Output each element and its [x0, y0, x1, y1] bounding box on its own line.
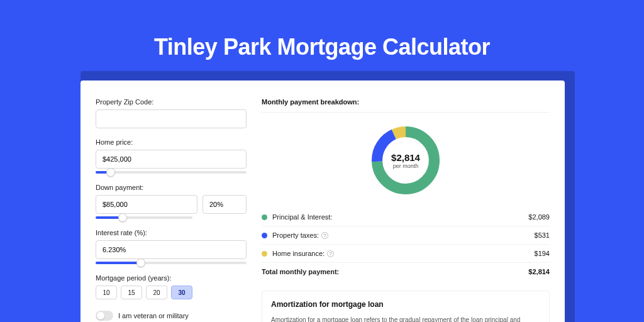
zip-label: Property Zip Code:	[96, 98, 247, 106]
down-payment-amount-input[interactable]	[96, 195, 197, 214]
period-option-20[interactable]: 20	[146, 286, 167, 299]
veteran-label: I am veteran or military	[118, 312, 189, 319]
interest-slider[interactable]	[96, 262, 247, 264]
donut-amount: $2,814	[391, 152, 420, 163]
slider-thumb[interactable]	[136, 258, 145, 267]
dot-icon	[262, 233, 267, 238]
breakdown-label: Home insurance: ?	[272, 250, 535, 257]
down-payment-pct-input[interactable]	[203, 195, 247, 214]
donut-sub: per month	[393, 163, 419, 169]
slider-thumb[interactable]	[118, 213, 127, 222]
period-option-30[interactable]: 30	[171, 286, 192, 299]
help-icon[interactable]: ?	[321, 232, 328, 239]
dot-icon	[262, 214, 267, 220]
calculator-panel: Property Zip Code: Home price: Down paym…	[80, 80, 565, 322]
breakdown-value: $2,089	[528, 213, 550, 221]
down-payment-label: Down payment:	[96, 184, 247, 191]
amortization-box: Amortization for mortgage loan Amortizat…	[262, 291, 550, 322]
slider-thumb[interactable]	[106, 168, 115, 177]
period-label: Mortgage period (years):	[96, 274, 247, 282]
toggle-knob	[97, 312, 104, 319]
home-price-group: Home price:	[96, 138, 247, 174]
form-column: Property Zip Code: Home price: Down paym…	[96, 98, 247, 322]
period-option-10[interactable]: 10	[96, 286, 117, 299]
breakdown-column: Monthly payment breakdown: $2,814 per mo…	[262, 98, 550, 322]
veteran-row: I am veteran or military	[96, 311, 247, 321]
breakdown-label: Principal & Interest:	[272, 213, 528, 221]
home-price-label: Home price:	[96, 138, 247, 146]
total-label: Total monthly payment:	[262, 268, 528, 275]
interest-input[interactable]	[96, 240, 247, 259]
help-icon[interactable]: ?	[327, 250, 334, 257]
page-title: Tinley Park Mortgage Calculator	[0, 0, 644, 75]
period-option-15[interactable]: 15	[121, 286, 142, 299]
down-payment-group: Down payment:	[96, 184, 247, 219]
home-price-input[interactable]	[96, 150, 247, 169]
breakdown-value: $194	[535, 250, 550, 257]
breakdown-row-taxes: Property taxes: ? $531	[262, 226, 550, 245]
interest-label: Interest rate (%):	[96, 229, 247, 236]
veteran-toggle[interactable]	[96, 311, 113, 321]
amortization-heading: Amortization for mortgage loan	[271, 300, 540, 309]
breakdown-label: Property taxes: ?	[272, 231, 535, 239]
breakdown-heading: Monthly payment breakdown:	[262, 98, 550, 113]
zip-group: Property Zip Code:	[96, 98, 247, 128]
dot-icon	[262, 251, 267, 257]
period-options: 10 15 20 30	[96, 286, 247, 299]
breakdown-row-total: Total monthly payment: $2,814	[262, 263, 550, 280]
amortization-body: Amortization for a mortgage loan refers …	[271, 315, 540, 322]
donut-chart-wrap: $2,814 per month	[262, 120, 550, 208]
period-group: Mortgage period (years): 10 15 20 30	[96, 274, 247, 299]
donut-chart: $2,814 per month	[368, 123, 443, 198]
down-payment-slider[interactable]	[96, 216, 192, 219]
zip-input[interactable]	[96, 109, 247, 128]
breakdown-row-principal: Principal & Interest: $2,089	[262, 208, 550, 226]
interest-group: Interest rate (%):	[96, 229, 247, 264]
breakdown-row-insurance: Home insurance: ? $194	[262, 245, 550, 263]
total-value: $2,814	[528, 268, 550, 275]
home-price-slider[interactable]	[96, 171, 247, 174]
breakdown-value: $531	[535, 231, 550, 239]
